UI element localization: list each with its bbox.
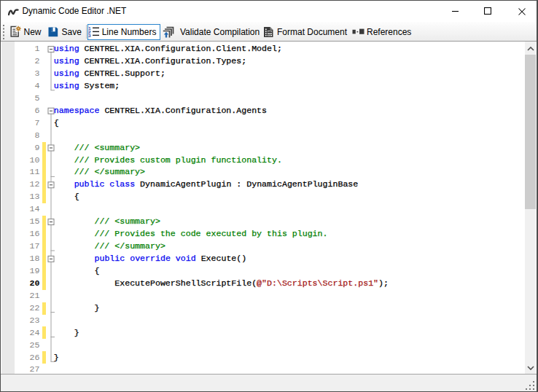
svg-text:3: 3: [88, 34, 91, 38]
